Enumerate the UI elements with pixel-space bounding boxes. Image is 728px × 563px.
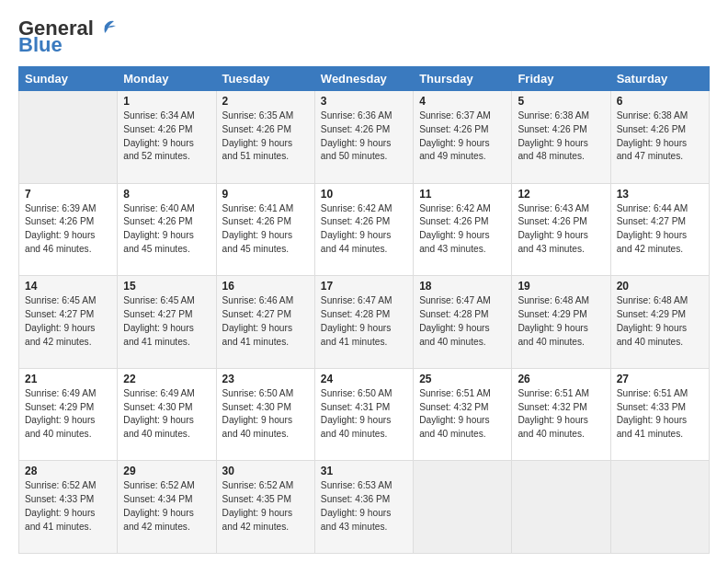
day-number: 12 (518, 188, 604, 201)
calendar-cell (512, 461, 610, 554)
calendar-cell (19, 91, 118, 184)
day-number: 7 (25, 188, 111, 201)
calendar-cell: 19Sunrise: 6:48 AMSunset: 4:29 PMDayligh… (512, 276, 610, 369)
day-number: 19 (518, 280, 604, 293)
day-number: 4 (419, 95, 506, 108)
day-number: 24 (321, 373, 407, 385)
day-number: 8 (123, 188, 210, 201)
day-info: Sunrise: 6:42 AMSunset: 4:26 PMDaylight:… (321, 202, 407, 257)
day-info: Sunrise: 6:49 AMSunset: 4:30 PMDaylight:… (123, 387, 210, 442)
day-info: Sunrise: 6:48 AMSunset: 4:29 PMDaylight:… (518, 294, 604, 349)
day-number: 11 (419, 188, 506, 201)
day-number: 2 (222, 95, 309, 108)
day-info: Sunrise: 6:36 AMSunset: 4:26 PMDaylight:… (321, 109, 407, 164)
day-info: Sunrise: 6:48 AMSunset: 4:29 PMDaylight:… (617, 294, 703, 349)
calendar-cell: 22Sunrise: 6:49 AMSunset: 4:30 PMDayligh… (118, 368, 216, 461)
calendar-cell: 12Sunrise: 6:43 AMSunset: 4:26 PMDayligh… (512, 183, 610, 276)
calendar-cell: 15Sunrise: 6:45 AMSunset: 4:27 PMDayligh… (118, 276, 216, 369)
calendar-cell: 28Sunrise: 6:52 AMSunset: 4:33 PMDayligh… (19, 461, 118, 554)
day-info: Sunrise: 6:51 AMSunset: 4:33 PMDaylight:… (617, 387, 703, 442)
calendar-cell: 14Sunrise: 6:45 AMSunset: 4:27 PMDayligh… (19, 276, 118, 369)
day-info: Sunrise: 6:51 AMSunset: 4:32 PMDaylight:… (518, 387, 604, 442)
day-number: 28 (25, 465, 111, 477)
day-info: Sunrise: 6:45 AMSunset: 4:27 PMDaylight:… (123, 294, 210, 349)
day-info: Sunrise: 6:52 AMSunset: 4:33 PMDaylight:… (25, 479, 111, 534)
header: General Blue (18, 17, 710, 57)
calendar-cell: 10Sunrise: 6:42 AMSunset: 4:26 PMDayligh… (314, 183, 413, 276)
calendar-cell: 8Sunrise: 6:40 AMSunset: 4:26 PMDaylight… (118, 183, 216, 276)
day-number: 14 (25, 280, 111, 293)
calendar-cell: 23Sunrise: 6:50 AMSunset: 4:30 PMDayligh… (216, 368, 314, 461)
calendar-cell: 16Sunrise: 6:46 AMSunset: 4:27 PMDayligh… (216, 276, 314, 369)
day-number: 3 (321, 95, 407, 108)
day-number: 5 (518, 95, 604, 108)
calendar-cell: 25Sunrise: 6:51 AMSunset: 4:32 PMDayligh… (414, 368, 512, 461)
calendar-week-1: 1Sunrise: 6:34 AMSunset: 4:26 PMDaylight… (19, 91, 710, 184)
day-number: 15 (123, 280, 210, 293)
calendar-week-5: 28Sunrise: 6:52 AMSunset: 4:33 PMDayligh… (19, 461, 710, 554)
calendar-cell: 6Sunrise: 6:38 AMSunset: 4:26 PMDaylight… (610, 91, 709, 184)
day-number: 25 (419, 373, 506, 385)
day-number: 17 (321, 280, 407, 293)
day-info: Sunrise: 6:42 AMSunset: 4:26 PMDaylight:… (419, 202, 506, 257)
calendar-cell: 3Sunrise: 6:36 AMSunset: 4:26 PMDaylight… (314, 91, 413, 184)
logo: General Blue (18, 17, 116, 57)
day-info: Sunrise: 6:51 AMSunset: 4:32 PMDaylight:… (419, 387, 506, 442)
day-info: Sunrise: 6:50 AMSunset: 4:31 PMDaylight:… (321, 387, 407, 442)
calendar-header-row: SundayMondayTuesdayWednesdayThursdayFrid… (19, 67, 710, 91)
day-number: 22 (123, 373, 210, 385)
day-info: Sunrise: 6:39 AMSunset: 4:26 PMDaylight:… (25, 202, 111, 257)
day-info: Sunrise: 6:37 AMSunset: 4:26 PMDaylight:… (419, 109, 506, 164)
day-info: Sunrise: 6:46 AMSunset: 4:27 PMDaylight:… (222, 294, 309, 349)
calendar-cell: 13Sunrise: 6:44 AMSunset: 4:27 PMDayligh… (610, 183, 709, 276)
weekday-header-monday: Monday (118, 67, 216, 91)
day-info: Sunrise: 6:52 AMSunset: 4:34 PMDaylight:… (123, 479, 210, 534)
calendar-week-3: 14Sunrise: 6:45 AMSunset: 4:27 PMDayligh… (19, 276, 710, 369)
logo-bird-icon (96, 18, 116, 35)
day-info: Sunrise: 6:52 AMSunset: 4:35 PMDaylight:… (222, 479, 309, 534)
day-info: Sunrise: 6:41 AMSunset: 4:26 PMDaylight:… (222, 202, 309, 257)
calendar-cell: 29Sunrise: 6:52 AMSunset: 4:34 PMDayligh… (118, 461, 216, 554)
day-number: 6 (617, 95, 703, 108)
day-number: 18 (419, 280, 506, 293)
calendar-cell: 4Sunrise: 6:37 AMSunset: 4:26 PMDaylight… (414, 91, 512, 184)
calendar-cell: 31Sunrise: 6:53 AMSunset: 4:36 PMDayligh… (314, 461, 413, 554)
logo-blue: Blue (18, 33, 63, 57)
day-info: Sunrise: 6:47 AMSunset: 4:28 PMDaylight:… (419, 294, 506, 349)
calendar-table: SundayMondayTuesdayWednesdayThursdayFrid… (18, 66, 710, 554)
calendar-week-2: 7Sunrise: 6:39 AMSunset: 4:26 PMDaylight… (19, 183, 710, 276)
day-info: Sunrise: 6:45 AMSunset: 4:27 PMDaylight:… (25, 294, 111, 349)
calendar-cell: 1Sunrise: 6:34 AMSunset: 4:26 PMDaylight… (118, 91, 216, 184)
calendar-cell: 24Sunrise: 6:50 AMSunset: 4:31 PMDayligh… (314, 368, 413, 461)
weekday-header-wednesday: Wednesday (314, 67, 413, 91)
day-info: Sunrise: 6:49 AMSunset: 4:29 PMDaylight:… (25, 387, 111, 442)
day-number: 23 (222, 373, 309, 385)
day-number: 21 (25, 373, 111, 385)
calendar-cell: 17Sunrise: 6:47 AMSunset: 4:28 PMDayligh… (314, 276, 413, 369)
day-info: Sunrise: 6:47 AMSunset: 4:28 PMDaylight:… (321, 294, 407, 349)
day-info: Sunrise: 6:40 AMSunset: 4:26 PMDaylight:… (123, 202, 210, 257)
calendar-cell: 18Sunrise: 6:47 AMSunset: 4:28 PMDayligh… (414, 276, 512, 369)
calendar-cell: 30Sunrise: 6:52 AMSunset: 4:35 PMDayligh… (216, 461, 314, 554)
day-number: 31 (321, 465, 407, 477)
day-info: Sunrise: 6:34 AMSunset: 4:26 PMDaylight:… (123, 109, 210, 164)
day-info: Sunrise: 6:38 AMSunset: 4:26 PMDaylight:… (617, 109, 703, 164)
day-info: Sunrise: 6:50 AMSunset: 4:30 PMDaylight:… (222, 387, 309, 442)
day-number: 1 (123, 95, 210, 108)
calendar-week-4: 21Sunrise: 6:49 AMSunset: 4:29 PMDayligh… (19, 368, 710, 461)
weekday-header-friday: Friday (512, 67, 610, 91)
calendar-cell: 27Sunrise: 6:51 AMSunset: 4:33 PMDayligh… (610, 368, 709, 461)
calendar-cell: 7Sunrise: 6:39 AMSunset: 4:26 PMDaylight… (19, 183, 118, 276)
weekday-header-thursday: Thursday (414, 67, 512, 91)
calendar-cell: 26Sunrise: 6:51 AMSunset: 4:32 PMDayligh… (512, 368, 610, 461)
weekday-header-sunday: Sunday (19, 67, 118, 91)
calendar-cell: 2Sunrise: 6:35 AMSunset: 4:26 PMDaylight… (216, 91, 314, 184)
day-number: 9 (222, 188, 309, 201)
calendar-cell (610, 461, 709, 554)
day-number: 13 (617, 188, 703, 201)
day-info: Sunrise: 6:35 AMSunset: 4:26 PMDaylight:… (222, 109, 309, 164)
day-number: 30 (222, 465, 309, 477)
calendar-cell: 21Sunrise: 6:49 AMSunset: 4:29 PMDayligh… (19, 368, 118, 461)
day-number: 20 (617, 280, 703, 293)
calendar-cell: 20Sunrise: 6:48 AMSunset: 4:29 PMDayligh… (610, 276, 709, 369)
